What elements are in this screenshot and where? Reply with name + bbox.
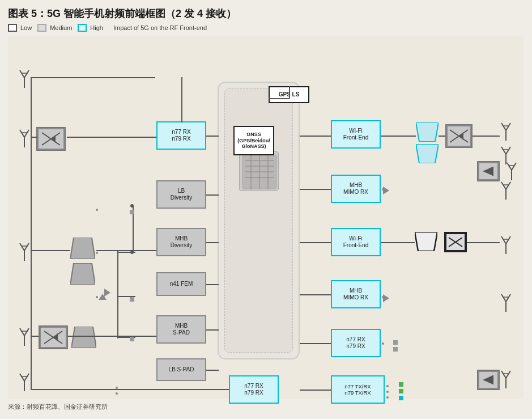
block-wifi-frontend-1: Wi-FiFront-End (331, 120, 381, 149)
comp-left-2 (39, 325, 68, 349)
antenna-left-5 (18, 371, 31, 391)
hline-ant3-b (96, 250, 156, 251)
trap-left-2 (70, 263, 95, 285)
svg-line-47 (506, 123, 510, 130)
line-n41-to-phone (206, 284, 219, 285)
source-text: 来源：射频百花潭、国金证券研究所 (8, 403, 524, 411)
line-phone-to-mimo1 (300, 189, 331, 190)
svg-line-26 (24, 374, 29, 381)
line-lb-spad-to-phone (206, 370, 219, 371)
tri-right-mimo2 (383, 294, 389, 302)
block-mhb-diversity: MHBDiversity (156, 228, 206, 256)
vline-gps (289, 86, 290, 99)
sq-left-1 (130, 210, 134, 214)
block-mhb-mimo-rx-1: MHBMIMO RX (331, 175, 381, 203)
svg-marker-64 (415, 232, 437, 251)
line-wifi2-to-trap (381, 242, 415, 243)
diagram: n77 RXn79 RX LBDiversity MHBDiversity n4… (8, 36, 524, 399)
dot-txrx-2 (386, 391, 389, 393)
svg-marker-39 (416, 122, 439, 142)
vline-n77-top (181, 77, 182, 122)
sq-n77-right-1 (393, 340, 398, 345)
line-mhb-spad-to-phone (206, 329, 219, 331)
hline-ant4-b (68, 336, 156, 337)
line-comp1-to-ant (473, 136, 500, 137)
block-mhb-mimo-rx-2: MHBMIMO RX (331, 280, 381, 308)
antenna-left-4 (18, 325, 31, 346)
svg-line-70 (506, 236, 510, 244)
svg-line-78 (506, 371, 510, 378)
hline-ant3 (31, 250, 70, 251)
page: 图表 5：5G 智能手机射频前端框图（2 发 4 接收） Low Medium … (0, 0, 532, 419)
line-phone-to-wifi2 (300, 242, 331, 243)
legend-desc: Impact of 5G on the RF Front-end (113, 24, 207, 31)
block-n41-fem: n41 FEM (156, 272, 206, 296)
legend-high-box (78, 24, 87, 32)
line-phone-to-wifi1 (300, 136, 331, 137)
sq-left-2 (130, 297, 134, 302)
legend-medium-label: Medium (50, 24, 72, 31)
antenna-right-4 (500, 291, 512, 312)
comp-right-diode-1 (477, 161, 500, 181)
svg-line-51 (506, 147, 510, 154)
dot-n77-right (382, 342, 384, 345)
dot-left-1 (130, 204, 134, 208)
antenna-right-2 (500, 179, 512, 200)
block-wifi-frontend-2: Wi-FiFront-End (331, 228, 381, 256)
block-n77-rx-n79-rx-right: n77 RXn79 RX (331, 329, 381, 357)
trap-right-2 (416, 144, 439, 163)
line-top-ant (31, 77, 155, 78)
sq-left-3 (130, 337, 134, 341)
svg-line-13 (20, 130, 24, 137)
svg-line-25 (20, 374, 24, 381)
line-phone-to-txrx (300, 390, 331, 391)
block-gnss: GNSS(GPS/Beidou/GloNASS) (233, 126, 274, 155)
svg-line-77 (501, 371, 506, 378)
phone-shape (218, 82, 300, 359)
comp-left-1 (36, 127, 66, 151)
svg-marker-38 (71, 327, 96, 348)
chip (239, 151, 279, 191)
svg-line-61 (501, 182, 506, 189)
legend-high-label: High (90, 24, 103, 31)
page-title: 图表 5：5G 智能手机射频前端框图（2 发 4 接收） (8, 7, 524, 20)
tri-right-mimo1 (383, 187, 389, 194)
antenna-right-3 (500, 234, 512, 254)
block-lb-spad: LB S-PAD (156, 358, 206, 381)
legend: Low Medium High Impact of 5G on the RF F… (8, 24, 524, 32)
line-n77-to-phone (206, 136, 219, 137)
svg-line-58 (512, 163, 516, 170)
sq-green-1 (399, 382, 403, 387)
svg-line-17 (20, 243, 24, 251)
comp-right-1 (445, 124, 473, 148)
hline-ant2-to-block (67, 137, 156, 138)
antenna-left-3 (18, 240, 31, 261)
svg-marker-40 (416, 144, 439, 163)
sq-cyan-1 (399, 396, 403, 400)
hline-gps (269, 98, 289, 99)
tri-up-left (99, 294, 107, 300)
vline-left-2 (117, 251, 118, 338)
svg-line-57 (507, 163, 512, 170)
svg-line-62 (506, 182, 510, 189)
dot-mimo2 (382, 296, 384, 298)
dot-bot-1 (116, 387, 118, 389)
svg-marker-32 (70, 238, 95, 259)
hline-ant4 (31, 336, 39, 337)
svg-line-46 (501, 123, 506, 130)
svg-line-9 (20, 70, 24, 78)
block-lb-diversity: LBDiversity (156, 180, 206, 209)
line-phone-to-n77r (300, 343, 331, 344)
svg-line-73 (501, 294, 506, 302)
line-trap-to-ant3 (467, 242, 500, 243)
trap-right-1 (416, 122, 439, 142)
comp-right-2 (444, 232, 467, 252)
dot-node-1 (96, 209, 98, 211)
line-wifi1-to-trap (381, 136, 416, 137)
legend-low-label: Low (20, 24, 32, 31)
line-mhb-div-to-phone (206, 242, 219, 243)
trap-left-1 (70, 238, 95, 259)
line-lb-to-phone (206, 194, 219, 196)
block-n77-rx-n79-rx-top: n77 RXn79 RX (156, 121, 206, 150)
dot-node-2 (96, 252, 98, 254)
